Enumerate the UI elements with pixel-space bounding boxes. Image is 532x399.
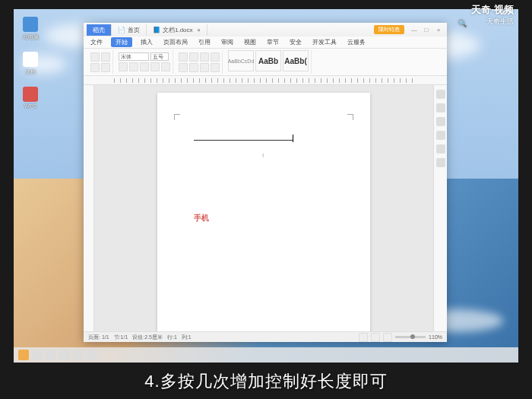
- titlebar: 稻壳 📄首页 📘文档1.docx× 限时特惠 — □ ×: [84, 23, 447, 36]
- shading-button[interactable]: [211, 63, 220, 72]
- copy-button[interactable]: [90, 63, 100, 72]
- view-mode-2[interactable]: [371, 333, 380, 342]
- sidepanel-tool-1[interactable]: [436, 90, 445, 99]
- close-button[interactable]: ×: [433, 25, 444, 34]
- menu-insert[interactable]: 插入: [138, 37, 155, 47]
- menubar: 文件 开始 插入 页面布局 引用 审阅 视图 章节 安全 开发工具 云服务: [84, 36, 447, 49]
- align-right-button[interactable]: [200, 52, 209, 62]
- menu-review[interactable]: 审阅: [219, 37, 236, 47]
- close-icon[interactable]: ×: [198, 27, 201, 33]
- format-painter-button[interactable]: [101, 63, 110, 72]
- video-subtitle: 4.多按几次增加控制好长度即可: [0, 370, 532, 393]
- desktop-icon-doc[interactable]: 文档: [20, 52, 41, 76]
- mouse-cursor-icon: I: [262, 152, 264, 159]
- sidepanel-tool-3[interactable]: [436, 117, 445, 126]
- taskbar: [14, 347, 518, 363]
- zoom-level[interactable]: 110%: [429, 334, 442, 340]
- horizontal-ruler[interactable]: [84, 76, 447, 85]
- view-mode-1[interactable]: [359, 333, 368, 342]
- taskbar-start[interactable]: [18, 350, 29, 360]
- text-cursor: [293, 135, 293, 142]
- menu-cloud[interactable]: 云服务: [345, 37, 368, 47]
- align-left-button[interactable]: [179, 52, 188, 62]
- view-mode-3[interactable]: [383, 333, 392, 342]
- menu-layout[interactable]: 页面布局: [161, 37, 190, 47]
- style-heading2[interactable]: AaBb(: [283, 50, 309, 71]
- bullets-button[interactable]: [211, 52, 220, 62]
- vertical-ruler[interactable]: [84, 85, 94, 331]
- sidepanel-tool-5[interactable]: [436, 144, 445, 154]
- underline-text: [194, 140, 293, 141]
- indent-inc-button[interactable]: [189, 63, 198, 72]
- strike-button[interactable]: [150, 62, 160, 71]
- document-text: 手机: [194, 213, 209, 223]
- bold-button[interactable]: [119, 62, 128, 71]
- taskbar-item[interactable]: [32, 350, 43, 360]
- taskbar-item[interactable]: [73, 350, 84, 360]
- menu-tools[interactable]: 开发工具: [310, 37, 339, 47]
- sidepanel-tool-2[interactable]: [436, 103, 445, 112]
- document-area: I 手机: [84, 85, 447, 331]
- indent-dec-button[interactable]: [179, 63, 188, 72]
- statusbar: 页面: 1/1 节:1/1 设值:2.5厘米 行:1 列:1 110%: [84, 331, 447, 342]
- line-spacing-button[interactable]: [200, 63, 209, 72]
- menu-security[interactable]: 安全: [287, 37, 304, 47]
- wps-word-window: 稻壳 📄首页 📘文档1.docx× 限时特惠 — □ × 文件 开始 插入 页面…: [84, 23, 447, 342]
- status-col: 列:1: [182, 334, 192, 341]
- vip-button[interactable]: 限时特惠: [374, 25, 404, 34]
- taskbar-item[interactable]: [87, 350, 97, 360]
- tab-start[interactable]: 📄首页: [112, 24, 147, 36]
- style-normal[interactable]: AaBbCcDd: [228, 50, 254, 71]
- sidepanel-tool-4[interactable]: [436, 131, 445, 140]
- zoom-slider[interactable]: [395, 336, 426, 338]
- ribbon: 宋体五号: [84, 49, 447, 76]
- status-line: 行:1: [167, 334, 177, 341]
- menu-view[interactable]: 视图: [242, 37, 258, 47]
- menu-ref[interactable]: 引用: [196, 37, 213, 47]
- margin-marker: [347, 114, 353, 120]
- underline-button[interactable]: [140, 62, 149, 71]
- tab-home[interactable]: 稻壳: [87, 24, 112, 36]
- menu-section[interactable]: 章节: [264, 37, 281, 47]
- align-center-button[interactable]: [189, 52, 198, 62]
- side-panel: [433, 85, 447, 331]
- tab-document[interactable]: 📘文档1.docx×: [147, 24, 207, 36]
- maximize-button[interactable]: □: [421, 25, 432, 34]
- taskbar-item[interactable]: [59, 350, 70, 360]
- taskbar-item[interactable]: [46, 350, 56, 360]
- desktop-screen: 此电脑 文档 WPS 稻壳 📄首页 📘文档1.docx× 限时特惠 — □ × …: [14, 9, 518, 363]
- font-size-select[interactable]: 五号: [150, 52, 169, 61]
- margin-marker: [174, 114, 180, 120]
- sidepanel-tool-6[interactable]: [436, 158, 445, 167]
- desktop-icons: 此电脑 文档 WPS: [20, 17, 41, 111]
- cut-button[interactable]: [101, 52, 110, 62]
- italic-button[interactable]: [129, 62, 138, 71]
- menu-file[interactable]: 文件: [88, 37, 105, 47]
- menu-home[interactable]: 开始: [111, 37, 132, 47]
- status-position: 设值:2.5厘米: [132, 334, 163, 341]
- desktop-icon-wps[interactable]: WPS: [20, 87, 41, 111]
- status-page: 页面: 1/1: [88, 334, 109, 341]
- page-container: I 手机: [94, 85, 433, 331]
- minimize-button[interactable]: —: [409, 25, 420, 34]
- document-page[interactable]: I 手机: [157, 93, 370, 331]
- style-heading1[interactable]: AaBb: [255, 50, 281, 71]
- watermark-brand: 天奇·视频 🔍天奇生活: [471, 3, 514, 27]
- paste-button[interactable]: [90, 52, 100, 62]
- font-color-button[interactable]: [161, 62, 170, 71]
- desktop-icon-computer[interactable]: 此电脑: [20, 17, 41, 41]
- status-section: 节:1/1: [114, 334, 128, 341]
- font-name-select[interactable]: 宋体: [119, 52, 149, 61]
